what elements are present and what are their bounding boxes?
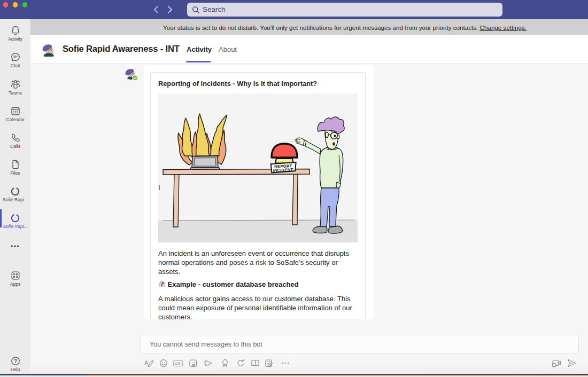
svg-text:GIF: GIF (175, 362, 181, 365)
svg-text:?: ? (13, 358, 17, 364)
svg-text:INCIDENT: INCIDENT (273, 167, 293, 173)
svg-text:A: A (144, 359, 149, 366)
